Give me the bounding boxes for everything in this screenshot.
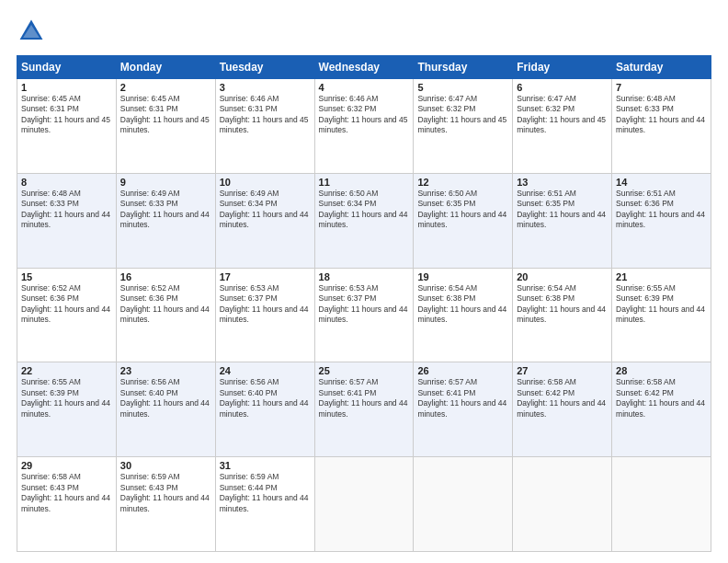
calendar-cell (414, 457, 513, 552)
calendar-cell: 8 Sunrise: 6:48 AM Sunset: 6:33 PM Dayli… (17, 173, 117, 268)
day-info: Sunrise: 6:46 AM Sunset: 6:32 PM Dayligh… (319, 94, 410, 136)
day-number: 24 (220, 365, 311, 376)
day-number: 22 (21, 365, 112, 376)
calendar-cell: 15 Sunrise: 6:52 AM Sunset: 6:36 PM Dayl… (17, 268, 117, 362)
day-info: Sunrise: 6:46 AM Sunset: 6:31 PM Dayligh… (220, 94, 311, 136)
day-info: Sunrise: 6:53 AM Sunset: 6:37 PM Dayligh… (220, 283, 311, 326)
day-number: 5 (417, 82, 508, 93)
day-info: Sunrise: 6:51 AM Sunset: 6:35 PM Dayligh… (517, 189, 608, 231)
calendar-cell: 4 Sunrise: 6:46 AM Sunset: 6:32 PM Dayli… (314, 79, 414, 174)
day-info: Sunrise: 6:57 AM Sunset: 6:41 PM Dayligh… (319, 377, 410, 419)
calendar-cell: 5 Sunrise: 6:47 AM Sunset: 6:32 PM Dayli… (414, 79, 513, 174)
calendar-header-friday: Friday (513, 56, 612, 79)
calendar-cell: 12 Sunrise: 6:50 AM Sunset: 6:35 PM Dayl… (414, 173, 513, 268)
day-info: Sunrise: 6:56 AM Sunset: 6:40 PM Dayligh… (120, 377, 211, 419)
day-number: 25 (319, 365, 410, 376)
day-number: 27 (517, 365, 608, 376)
day-info: Sunrise: 6:45 AM Sunset: 6:31 PM Dayligh… (21, 94, 112, 136)
day-info: Sunrise: 6:57 AM Sunset: 6:41 PM Dayligh… (417, 377, 508, 419)
day-number: 9 (120, 177, 211, 188)
day-number: 19 (417, 271, 508, 282)
calendar-header-wednesday: Wednesday (314, 56, 414, 79)
day-number: 16 (120, 271, 211, 282)
calendar-header-thursday: Thursday (414, 56, 513, 79)
calendar-cell: 7 Sunrise: 6:48 AM Sunset: 6:33 PM Dayli… (612, 79, 711, 174)
day-info: Sunrise: 6:56 AM Sunset: 6:40 PM Dayligh… (220, 377, 311, 419)
calendar-cell: 17 Sunrise: 6:53 AM Sunset: 6:37 PM Dayl… (215, 268, 314, 362)
calendar-header-tuesday: Tuesday (215, 56, 314, 79)
day-info: Sunrise: 6:50 AM Sunset: 6:35 PM Dayligh… (417, 189, 508, 231)
day-number: 21 (616, 271, 707, 282)
day-info: Sunrise: 6:52 AM Sunset: 6:36 PM Dayligh… (120, 283, 211, 326)
calendar-cell: 29 Sunrise: 6:58 AM Sunset: 6:43 PM Dayl… (17, 457, 117, 552)
calendar-cell: 27 Sunrise: 6:58 AM Sunset: 6:42 PM Dayl… (513, 362, 612, 457)
calendar-cell: 13 Sunrise: 6:51 AM Sunset: 6:35 PM Dayl… (513, 173, 612, 268)
day-info: Sunrise: 6:54 AM Sunset: 6:38 PM Dayligh… (417, 283, 508, 326)
day-number: 26 (417, 365, 508, 376)
day-number: 18 (319, 271, 410, 282)
day-number: 28 (616, 365, 707, 376)
calendar-cell: 25 Sunrise: 6:57 AM Sunset: 6:41 PM Dayl… (314, 362, 414, 457)
day-number: 30 (120, 460, 211, 471)
day-number: 10 (220, 177, 311, 188)
day-info: Sunrise: 6:55 AM Sunset: 6:39 PM Dayligh… (616, 283, 707, 326)
day-info: Sunrise: 6:45 AM Sunset: 6:31 PM Dayligh… (120, 94, 211, 136)
day-info: Sunrise: 6:59 AM Sunset: 6:43 PM Dayligh… (120, 472, 211, 514)
day-number: 12 (417, 177, 508, 188)
day-info: Sunrise: 6:58 AM Sunset: 6:43 PM Dayligh… (21, 472, 112, 514)
calendar-cell (612, 457, 711, 552)
calendar-cell (314, 457, 414, 552)
day-number: 20 (517, 271, 608, 282)
calendar-cell: 31 Sunrise: 6:59 AM Sunset: 6:44 PM Dayl… (215, 457, 314, 552)
day-number: 1 (21, 82, 112, 93)
calendar-cell: 11 Sunrise: 6:50 AM Sunset: 6:34 PM Dayl… (314, 173, 414, 268)
calendar-cell: 1 Sunrise: 6:45 AM Sunset: 6:31 PM Dayli… (17, 79, 117, 174)
day-info: Sunrise: 6:59 AM Sunset: 6:44 PM Dayligh… (220, 472, 311, 514)
calendar-cell: 18 Sunrise: 6:53 AM Sunset: 6:37 PM Dayl… (314, 268, 414, 362)
calendar-cell: 16 Sunrise: 6:52 AM Sunset: 6:36 PM Dayl… (116, 268, 215, 362)
calendar-header-monday: Monday (116, 56, 215, 79)
day-info: Sunrise: 6:49 AM Sunset: 6:34 PM Dayligh… (220, 189, 311, 231)
day-info: Sunrise: 6:52 AM Sunset: 6:36 PM Dayligh… (21, 283, 112, 326)
day-number: 31 (220, 460, 311, 471)
page: SundayMondayTuesdayWednesdayThursdayFrid… (0, 0, 728, 563)
day-number: 13 (517, 177, 608, 188)
day-info: Sunrise: 6:58 AM Sunset: 6:42 PM Dayligh… (517, 377, 608, 419)
day-number: 14 (616, 177, 707, 188)
calendar-cell: 2 Sunrise: 6:45 AM Sunset: 6:31 PM Dayli… (116, 79, 215, 174)
day-info: Sunrise: 6:47 AM Sunset: 6:32 PM Dayligh… (417, 94, 508, 136)
day-number: 7 (616, 82, 707, 93)
calendar-cell: 10 Sunrise: 6:49 AM Sunset: 6:34 PM Dayl… (215, 173, 314, 268)
calendar-table: SundayMondayTuesdayWednesdayThursdayFrid… (17, 55, 711, 552)
calendar-cell: 19 Sunrise: 6:54 AM Sunset: 6:38 PM Dayl… (414, 268, 513, 362)
day-info: Sunrise: 6:50 AM Sunset: 6:34 PM Dayligh… (319, 189, 410, 231)
day-number: 15 (21, 271, 112, 282)
day-number: 11 (319, 177, 410, 188)
day-info: Sunrise: 6:48 AM Sunset: 6:33 PM Dayligh… (616, 94, 707, 136)
calendar-cell: 6 Sunrise: 6:47 AM Sunset: 6:32 PM Dayli… (513, 79, 612, 174)
day-number: 2 (120, 82, 211, 93)
calendar-cell: 30 Sunrise: 6:59 AM Sunset: 6:43 PM Dayl… (116, 457, 215, 552)
calendar-cell: 22 Sunrise: 6:55 AM Sunset: 6:39 PM Dayl… (17, 362, 117, 457)
day-number: 23 (120, 365, 211, 376)
day-number: 29 (21, 460, 112, 471)
day-info: Sunrise: 6:47 AM Sunset: 6:32 PM Dayligh… (517, 94, 608, 136)
day-info: Sunrise: 6:49 AM Sunset: 6:33 PM Dayligh… (120, 189, 211, 231)
day-info: Sunrise: 6:53 AM Sunset: 6:37 PM Dayligh… (319, 283, 410, 326)
calendar-cell (513, 457, 612, 552)
logo-icon (17, 17, 46, 46)
calendar-cell: 3 Sunrise: 6:46 AM Sunset: 6:31 PM Dayli… (215, 79, 314, 174)
calendar-cell: 26 Sunrise: 6:57 AM Sunset: 6:41 PM Dayl… (414, 362, 513, 457)
day-number: 8 (21, 177, 112, 188)
calendar-cell: 24 Sunrise: 6:56 AM Sunset: 6:40 PM Dayl… (215, 362, 314, 457)
logo (17, 17, 50, 46)
calendar-cell: 14 Sunrise: 6:51 AM Sunset: 6:36 PM Dayl… (612, 173, 711, 268)
header (17, 17, 711, 46)
day-number: 6 (517, 82, 608, 93)
day-info: Sunrise: 6:58 AM Sunset: 6:42 PM Dayligh… (616, 377, 707, 419)
calendar-cell: 21 Sunrise: 6:55 AM Sunset: 6:39 PM Dayl… (612, 268, 711, 362)
day-number: 4 (319, 82, 410, 93)
calendar-cell: 20 Sunrise: 6:54 AM Sunset: 6:38 PM Dayl… (513, 268, 612, 362)
day-info: Sunrise: 6:54 AM Sunset: 6:38 PM Dayligh… (517, 283, 608, 326)
day-info: Sunrise: 6:48 AM Sunset: 6:33 PM Dayligh… (21, 189, 112, 231)
